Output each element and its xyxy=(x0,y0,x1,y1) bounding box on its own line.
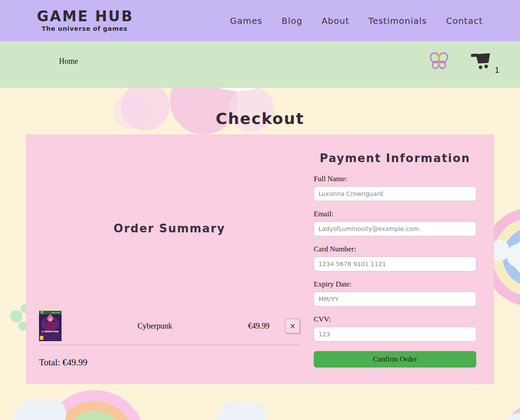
cart-count-badge: 1 xyxy=(494,66,499,74)
remove-item-button[interactable]: × xyxy=(285,319,300,333)
order-items-list: CYBERPUNK XBOX ONE Cyberpunk €49.99 × xyxy=(39,311,300,345)
logo-tagline: The universe of games xyxy=(37,25,133,32)
shopping-cart-icon xyxy=(471,66,493,74)
card-number-field-group: Card Number: xyxy=(314,245,476,271)
expiry-date-input[interactable] xyxy=(314,292,476,306)
logo-title[interactable]: GAME HUB xyxy=(37,9,133,24)
page-title: Checkout xyxy=(0,88,520,127)
order-summary-title: Order Summary xyxy=(39,221,300,236)
nav-contact[interactable]: Contact xyxy=(446,16,483,26)
butterfly-icon xyxy=(429,66,449,72)
full-name-input[interactable] xyxy=(314,186,476,201)
email-field-group: Email: xyxy=(314,210,476,236)
payment-section: Payment Information Full Name: Email: Ca… xyxy=(308,134,494,384)
main-content: Checkout Order Summary xyxy=(0,88,520,420)
email-label: Email: xyxy=(314,210,476,218)
logo[interactable]: GAME HUB The universe of games xyxy=(37,9,133,33)
item-price: €49.99 xyxy=(248,322,270,331)
email-input[interactable] xyxy=(314,221,476,236)
item-name: Cyberpunk xyxy=(62,322,248,331)
full-name-field-group: Full Name: xyxy=(314,175,476,201)
cvv-input[interactable] xyxy=(314,327,476,342)
nav-games[interactable]: Games xyxy=(230,16,263,26)
nav-blog[interactable]: Blog xyxy=(282,16,302,26)
cart-button[interactable]: 1 xyxy=(471,50,493,72)
confirm-order-button[interactable]: Confirm Order xyxy=(314,351,476,368)
card-number-label: Card Number: xyxy=(314,245,476,254)
box-platform-text: XBOX ONE xyxy=(52,312,60,314)
box-title-text: CYBERPUNK xyxy=(42,330,59,333)
nav-testimonials[interactable]: Testimonials xyxy=(368,16,427,26)
cvv-field-group: CVV: xyxy=(314,315,476,342)
butterfly-button[interactable] xyxy=(429,51,449,71)
home-link[interactable]: Home xyxy=(59,57,78,66)
order-summary-section: Order Summary xyxy=(26,134,308,384)
cloud-decoration xyxy=(500,413,520,420)
checkout-panel: Order Summary xyxy=(26,134,494,384)
nav-about[interactable]: About xyxy=(322,16,349,26)
expiry-date-field-group: Expiry Date: xyxy=(314,280,476,306)
cvv-label: CVV: xyxy=(314,315,476,324)
top-header: GAME HUB The universe of games Games Blo… xyxy=(0,0,520,41)
order-item-row: CYBERPUNK XBOX ONE Cyberpunk €49.99 × xyxy=(39,311,300,341)
game-box-art: CYBERPUNK XBOX ONE xyxy=(39,311,62,341)
main-nav: Games Blog About Testimonials Contact xyxy=(230,16,483,26)
card-number-input[interactable] xyxy=(314,257,476,271)
payment-title: Payment Information xyxy=(314,151,476,166)
full-name-label: Full Name: xyxy=(314,175,476,183)
order-total: Total: €49.99 xyxy=(39,357,300,368)
sub-header: Home xyxy=(0,41,520,88)
expiry-date-label: Expiry Date: xyxy=(314,280,476,289)
